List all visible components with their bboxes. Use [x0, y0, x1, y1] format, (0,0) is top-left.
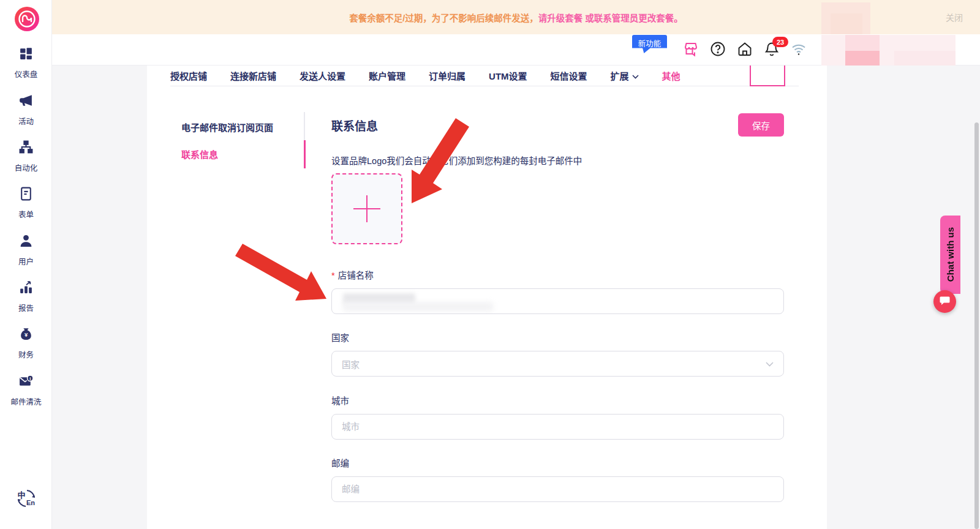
megaphone-icon	[18, 93, 34, 111]
sidebar-item-label: 财务	[18, 348, 34, 360]
finance-icon: ¥	[18, 326, 34, 344]
save-button[interactable]: 保存	[738, 113, 784, 137]
city-label: 城市	[331, 394, 349, 407]
sidebar-item-dashboard[interactable]: 仪表盘	[0, 46, 52, 80]
sidebar-item-label: 表单	[18, 208, 34, 220]
chat-bubble-button[interactable]	[933, 290, 956, 313]
sidebar: 仪表盘 活动 自动化 表单 用户 报告 ¥ 财务	[0, 0, 52, 529]
tab-utm-settings[interactable]: UTM设置	[489, 69, 527, 82]
sidebar-item-label: 活动	[18, 115, 34, 127]
tab-extensions[interactable]: 扩展	[611, 69, 639, 82]
sidebar-item-finance[interactable]: ¥ 财务	[0, 326, 52, 360]
language-toggle-icon[interactable]: 中 En	[16, 488, 37, 509]
tab-order-attribution[interactable]: 订单归属	[429, 69, 466, 82]
upgrade-plan-link[interactable]: 请升级套餐	[538, 13, 583, 23]
sidebar-item-label: 报告	[18, 302, 34, 313]
sidebar-item-forms[interactable]: 表单	[0, 186, 52, 220]
help-icon[interactable]	[710, 41, 726, 57]
svg-text:En: En	[26, 499, 35, 506]
automation-icon	[18, 140, 34, 157]
tab-sender-settings[interactable]: 发送人设置	[300, 69, 345, 82]
shop-name-label: *店铺名称	[331, 268, 374, 281]
app-logo[interactable]	[15, 7, 39, 31]
store-icon[interactable]	[683, 41, 699, 57]
sidebar-item-label: 用户	[18, 255, 34, 267]
sidebar-item-label: 自动化	[15, 162, 38, 173]
chevron-down-icon	[766, 359, 774, 369]
plus-icon	[353, 195, 380, 222]
sidebar-item-label: 邮件清洗	[10, 396, 41, 407]
chat-bubble-icon	[940, 296, 950, 308]
sidebar-item-label: 仪表盘	[15, 68, 38, 80]
vertical-scrollbar-thumb[interactable]	[974, 122, 979, 529]
top-header: 新功能 23	[52, 34, 980, 66]
home-icon[interactable]	[737, 41, 753, 57]
tab-account-management[interactable]: 账户管理	[369, 69, 405, 82]
new-feature-badge[interactable]: 新功能	[632, 35, 667, 53]
blurred-value	[343, 302, 493, 312]
zip-input[interactable]	[331, 476, 784, 502]
settings-tabs: 授权店铺 连接新店铺 发送人设置 账户管理 订单归属 UTM设置 短信设置 扩展…	[170, 66, 799, 86]
sidebar-item-users[interactable]: 用户	[0, 233, 52, 267]
banner-close-button[interactable]: 关闭	[946, 11, 963, 23]
chevron-down-icon	[632, 70, 639, 81]
notification-count-badge: 23	[772, 37, 788, 47]
wifi-status-icon	[791, 41, 807, 57]
dashboard-icon	[18, 46, 34, 64]
subnav-item-unsubscribe-page[interactable]: 电子邮件取消订阅页面	[181, 121, 273, 133]
logo-description: 设置品牌Logo我们会自动将它们添加到您构建的每封电子邮件中	[331, 154, 582, 167]
settings-card: 授权店铺 连接新店铺 发送人设置 账户管理 订单归属 UTM设置 短信设置 扩展…	[147, 66, 827, 529]
sidebar-item-automation[interactable]: 自动化	[0, 140, 52, 173]
banner-suffix: 或联系管理员更改套餐。	[582, 13, 683, 23]
subnav-item-contact-info[interactable]: 联系信息	[181, 148, 218, 160]
subnav-active-indicator	[304, 140, 306, 168]
zip-label: 邮编	[331, 456, 349, 469]
country-label: 国家	[331, 331, 349, 343]
required-asterisk: *	[331, 271, 335, 280]
banner-message: 套餐余额不足/过期，为了不影响后续邮件发送，	[349, 13, 538, 23]
report-icon	[18, 280, 34, 298]
user-icon	[18, 233, 34, 251]
mail-clean-icon: i	[18, 373, 34, 391]
page-title: 联系信息	[331, 117, 378, 133]
sidebar-item-mail-cleaning[interactable]: i 邮件清洗	[0, 373, 52, 407]
svg-text:i: i	[29, 376, 31, 381]
plan-warning-banner: 套餐余额不足/过期，为了不影响后续邮件发送，请升级套餐 或联系管理员更改套餐。 …	[52, 0, 980, 34]
form-icon	[18, 186, 34, 204]
tab-connect-new-store[interactable]: 连接新店铺	[230, 69, 276, 82]
logo-upload-box[interactable]	[331, 173, 402, 244]
tab-authorized-stores[interactable]: 授权店铺	[170, 69, 207, 82]
svg-text:中: 中	[17, 490, 25, 500]
notifications-bell-icon[interactable]: 23	[764, 41, 780, 57]
chat-tab-label: Chat with us	[945, 227, 956, 282]
country-placeholder: 国家	[342, 358, 360, 370]
tab-others[interactable]: 其他	[662, 69, 680, 82]
sidebar-item-reports[interactable]: 报告	[0, 280, 52, 313]
tab-sms-settings[interactable]: 短信设置	[551, 69, 587, 82]
country-select[interactable]: 国家	[331, 351, 784, 377]
chat-with-us-tab[interactable]: Chat with us	[940, 216, 960, 294]
svg-text:¥: ¥	[24, 332, 28, 338]
sidebar-item-campaigns[interactable]: 活动	[0, 93, 52, 127]
city-input[interactable]	[331, 414, 784, 440]
shop-name-input[interactable]	[331, 288, 784, 314]
